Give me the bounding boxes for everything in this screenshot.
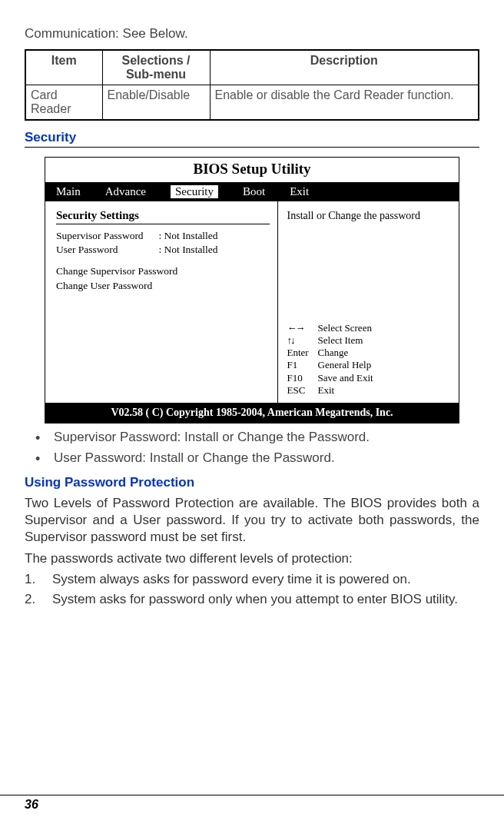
bios-tab-boot: Boot [243, 185, 265, 198]
bios-setup-figure: BIOS Setup Utility Main Advance Security… [45, 157, 459, 423]
arrow-up-down-icon [287, 334, 294, 346]
paragraph-2: The passwords activate two different lev… [25, 550, 479, 567]
bios-usr-label: User Password [56, 243, 156, 257]
th-selections: Selections / Sub-menu [102, 50, 210, 85]
th-description: Description [210, 50, 479, 85]
subsection-title-password-protection: Using Password Protection [25, 475, 479, 490]
numbered-item-1: 1. System always asks for password every… [25, 571, 479, 588]
page-footer: 36 [0, 795, 504, 812]
key-desc: Select Item [318, 334, 378, 347]
num-text: System asks for password only when you a… [52, 591, 458, 608]
cell-selections: Enable/Disable [102, 85, 210, 121]
page-number: 36 [25, 798, 38, 811]
num-marker: 2. [25, 591, 52, 608]
bios-user-password-row: User Password : Not Installed [56, 243, 270, 257]
bios-usr-value: : Not Installed [158, 244, 217, 255]
bullet-supervisor-password: Supervisor Password: Install or Change t… [32, 428, 479, 447]
bios-footer-copyright: V02.58 ( C) Copyright 1985-2004, America… [45, 403, 459, 423]
key-desc: Select Screen [318, 322, 378, 334]
section-title-security: Security [25, 130, 479, 148]
key-label: F1 [287, 359, 318, 371]
cell-item: Card Reader [25, 85, 102, 121]
bios-help-text: Install or Change the password [287, 209, 451, 223]
bios-right-pane: Install or Change the password Select Sc… [278, 201, 459, 403]
bios-menu-bar: Main Advance Security Boot Exit [45, 182, 459, 201]
key-desc: Change [318, 347, 378, 359]
bios-supervisor-password-row: Supervisor Password : Not Installed [56, 229, 270, 243]
key-label: Enter [287, 347, 318, 359]
bios-change-user: Change User Password [56, 279, 270, 293]
table-row: Card Reader Enable/Disable Enable or dis… [25, 85, 479, 121]
paragraph-1: Two Levels of Password Protection are av… [25, 495, 479, 545]
bios-sup-label: Supervisor Password [56, 229, 156, 243]
bios-key-legend: Select Screen Select Item EnterChange F1… [287, 322, 451, 397]
bios-tab-main: Main [56, 185, 81, 198]
num-text: System always asks for password every ti… [52, 571, 411, 588]
bios-left-pane: Security Settings Supervisor Password : … [45, 201, 278, 403]
th-item: Item [25, 50, 102, 85]
bios-security-settings-heading: Security Settings [56, 209, 270, 222]
key-desc: Exit [318, 384, 378, 397]
bullet-list: Supervisor Password: Install or Change t… [32, 428, 479, 467]
bullet-user-password: User Password: Install or Change the Pas… [32, 449, 479, 468]
bios-sup-value: : Not Installed [158, 230, 217, 241]
key-label: ESC [287, 384, 318, 397]
intro-text: Communication: See Below. [25, 26, 479, 42]
key-desc: General Help [318, 359, 378, 371]
bios-change-supervisor: Change Supervisor Password [56, 264, 270, 278]
cell-description: Enable or disable the Card Reader functi… [210, 85, 479, 121]
bios-tab-security: Security [171, 185, 218, 198]
bios-tab-advance: Advance [105, 185, 146, 198]
numbered-item-2: 2. System asks for password only when yo… [25, 591, 479, 608]
num-marker: 1. [25, 571, 52, 588]
arrow-left-right-icon [287, 322, 304, 334]
bios-title: BIOS Setup Utility [45, 158, 459, 182]
bios-tab-exit: Exit [290, 185, 309, 198]
key-label: F10 [287, 372, 318, 384]
parameters-table: Item Selections / Sub-menu Description C… [25, 49, 479, 121]
key-desc: Save and Exit [318, 372, 378, 384]
